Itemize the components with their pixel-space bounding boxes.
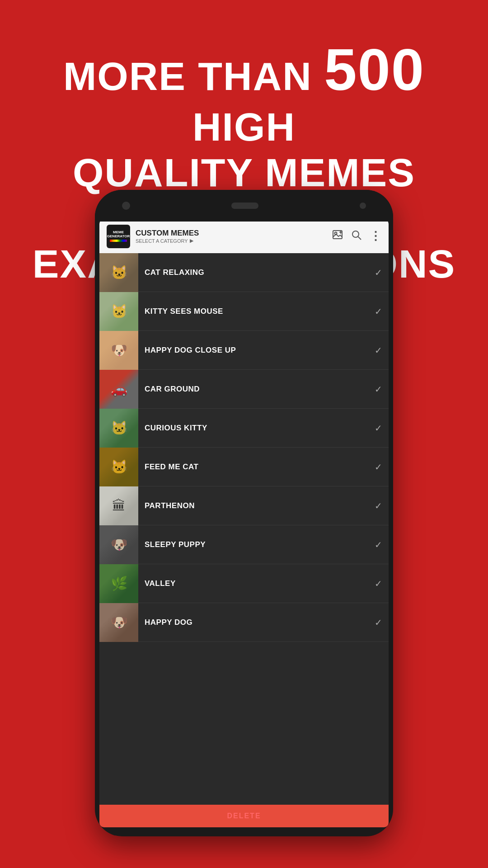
meme-name: VALLEY: [138, 579, 375, 588]
check-icon: ✓: [375, 462, 382, 472]
list-item[interactable]: 🐱 CURIOUS KITTY ✓: [99, 409, 389, 448]
phone-sensor: [360, 203, 366, 209]
svg-point-4: [352, 231, 359, 237]
delete-button[interactable]: DELETE: [99, 805, 389, 827]
check-icon: ✓: [375, 423, 382, 434]
meme-name: FEED ME CAT: [138, 462, 375, 472]
meme-thumbnail: 🚗: [99, 370, 138, 409]
delete-button-label: DELETE: [227, 812, 261, 820]
thumbnail-icon: 🌿: [111, 576, 127, 591]
svg-line-5: [358, 236, 361, 240]
meme-thumbnail: 🐱: [99, 253, 138, 292]
check-icon: ✓: [375, 345, 382, 356]
thumbnail-icon: 🐶: [111, 342, 127, 358]
app-title: CUSTOM MEMES: [136, 229, 327, 238]
app-subtitle: SELECT A CATEGORY ▶: [136, 238, 327, 244]
meme-name: PARTHENON: [138, 501, 375, 510]
more-options-icon[interactable]: ⋮: [370, 229, 381, 243]
check-icon: ✓: [375, 267, 382, 278]
thumbnail-icon: 🐱: [111, 459, 127, 475]
list-item[interactable]: 🐶 HAPPY DOG ✓: [99, 603, 389, 642]
check-icon: ✓: [375, 384, 382, 395]
app-logo: MEMEGENERATOR: [107, 225, 130, 248]
meme-name: CAT RELAXING: [138, 268, 375, 277]
app-logo-rainbow-bar: [110, 240, 127, 242]
meme-name: KITTY SEES MOUSE: [138, 307, 375, 316]
thumbnail-icon: 🐶: [111, 614, 127, 630]
check-icon: ✓: [375, 617, 382, 628]
phone-speaker: [231, 203, 258, 209]
headline-number: 500: [324, 37, 425, 103]
meme-thumbnail: 🐱: [99, 409, 138, 448]
phone-screen: MEMEGENERATOR CUSTOM MEMES SELECT A CATE…: [99, 219, 389, 827]
meme-thumbnail: 🏛: [99, 486, 138, 525]
check-icon: ✓: [375, 539, 382, 550]
list-item[interactable]: 🐱 FEED ME CAT ✓: [99, 448, 389, 486]
list-item[interactable]: 🐱 KITTY SEES MOUSE ✓: [99, 292, 389, 331]
meme-thumbnail: 🐱: [99, 448, 138, 486]
app-logo-text: MEMEGENERATOR: [107, 231, 130, 239]
app-bar: MEMEGENERATOR CUSTOM MEMES SELECT A CATE…: [99, 219, 389, 253]
thumbnail-icon: 🐶: [111, 537, 127, 552]
list-item[interactable]: 🌿 VALLEY ✓: [99, 564, 389, 603]
list-item[interactable]: 🐱 CAT RELAXING ✓: [99, 253, 389, 292]
list-item[interactable]: 🐶 SLEEPY PUPPY ✓: [99, 525, 389, 564]
meme-name: CURIOUS KITTY: [138, 424, 375, 433]
meme-name: SLEEPY PUPPY: [138, 540, 375, 549]
list-item[interactable]: 🐶 HAPPY DOG CLOSE UP ✓: [99, 331, 389, 370]
check-icon: ✓: [375, 306, 382, 317]
thumbnail-icon: 🐱: [111, 264, 127, 280]
meme-thumbnail: 🌿: [99, 564, 138, 603]
app-subtitle-text: SELECT A CATEGORY: [136, 238, 188, 244]
phone-frame: MEMEGENERATOR CUSTOM MEMES SELECT A CATE…: [95, 190, 393, 836]
meme-list: 🐱 CAT RELAXING ✓ 🐱 KITTY SEES MOUSE ✓ 🐶 …: [99, 253, 389, 805]
app-actions: ⋮: [333, 229, 381, 243]
meme-thumbnail: 🐱: [99, 292, 138, 331]
list-item[interactable]: 🚗 CAR GROUND ✓: [99, 370, 389, 409]
list-item[interactable]: 🏛 PARTHENON ✓: [99, 486, 389, 525]
check-icon: ✓: [375, 500, 382, 511]
thumbnail-icon: 🚗: [111, 381, 127, 397]
thumbnail-icon: 🏛: [112, 498, 126, 514]
meme-thumbnail: 🐶: [99, 603, 138, 642]
search-icon[interactable]: [352, 230, 361, 243]
add-image-icon[interactable]: [333, 230, 343, 243]
meme-name: HAPPY DOG: [138, 618, 375, 627]
thumbnail-icon: 🐱: [111, 420, 127, 436]
meme-thumbnail: 🐶: [99, 525, 138, 564]
thumbnail-icon: 🐱: [111, 303, 127, 319]
phone-camera: [122, 202, 130, 210]
meme-name: HAPPY DOG CLOSE UP: [138, 346, 375, 355]
dropdown-arrow-icon: ▶: [190, 238, 193, 244]
phone-top-bar: [95, 190, 393, 222]
meme-thumbnail: 🐶: [99, 331, 138, 370]
meme-name: CAR GROUND: [138, 385, 375, 394]
app-title-group: CUSTOM MEMES SELECT A CATEGORY ▶: [136, 229, 327, 244]
check-icon: ✓: [375, 578, 382, 589]
